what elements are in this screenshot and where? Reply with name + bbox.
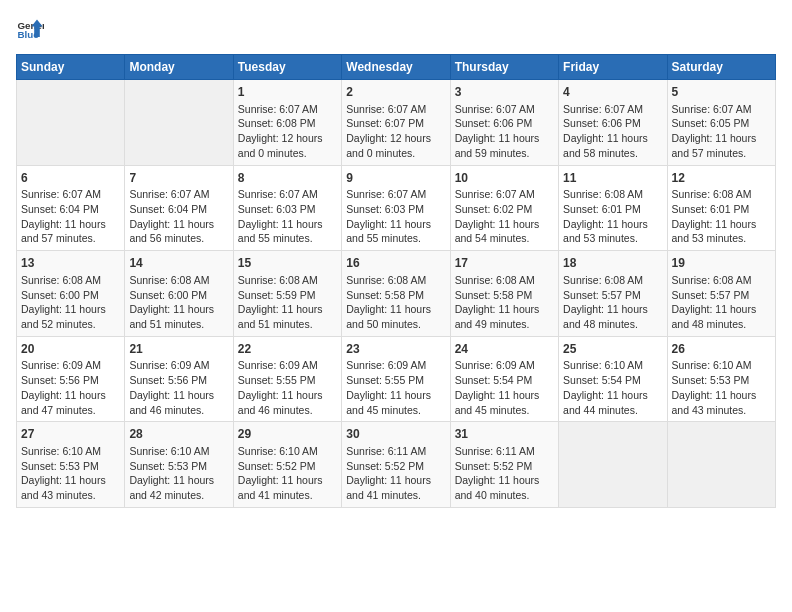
calendar-cell: 5Sunrise: 6:07 AMSunset: 6:05 PMDaylight…	[667, 80, 775, 166]
day-number: 6	[21, 170, 120, 187]
calendar-cell: 27Sunrise: 6:10 AMSunset: 5:53 PMDayligh…	[17, 422, 125, 508]
day-number: 17	[455, 255, 554, 272]
calendar-cell: 18Sunrise: 6:08 AMSunset: 5:57 PMDayligh…	[559, 251, 667, 337]
calendar-cell: 19Sunrise: 6:08 AMSunset: 5:57 PMDayligh…	[667, 251, 775, 337]
day-number: 27	[21, 426, 120, 443]
day-number: 21	[129, 341, 228, 358]
calendar-cell: 21Sunrise: 6:09 AMSunset: 5:56 PMDayligh…	[125, 336, 233, 422]
calendar-cell	[559, 422, 667, 508]
calendar-cell: 22Sunrise: 6:09 AMSunset: 5:55 PMDayligh…	[233, 336, 341, 422]
page-container: General Blue SundayMondayTuesdayWednesda…	[0, 0, 792, 516]
calendar-week-4: 20Sunrise: 6:09 AMSunset: 5:56 PMDayligh…	[17, 336, 776, 422]
calendar-cell	[667, 422, 775, 508]
calendar-cell: 24Sunrise: 6:09 AMSunset: 5:54 PMDayligh…	[450, 336, 558, 422]
calendar-cell	[125, 80, 233, 166]
weekday-header-tuesday: Tuesday	[233, 55, 341, 80]
weekday-header-monday: Monday	[125, 55, 233, 80]
day-number: 29	[238, 426, 337, 443]
day-number: 19	[672, 255, 771, 272]
day-number: 23	[346, 341, 445, 358]
day-number: 26	[672, 341, 771, 358]
weekday-header-wednesday: Wednesday	[342, 55, 450, 80]
day-number: 14	[129, 255, 228, 272]
day-number: 8	[238, 170, 337, 187]
calendar-cell: 15Sunrise: 6:08 AMSunset: 5:59 PMDayligh…	[233, 251, 341, 337]
calendar-cell: 13Sunrise: 6:08 AMSunset: 6:00 PMDayligh…	[17, 251, 125, 337]
day-number: 22	[238, 341, 337, 358]
calendar-cell: 3Sunrise: 6:07 AMSunset: 6:06 PMDaylight…	[450, 80, 558, 166]
day-number: 25	[563, 341, 662, 358]
weekday-header-saturday: Saturday	[667, 55, 775, 80]
weekday-header-thursday: Thursday	[450, 55, 558, 80]
day-number: 24	[455, 341, 554, 358]
weekday-header-friday: Friday	[559, 55, 667, 80]
day-number: 4	[563, 84, 662, 101]
day-number: 15	[238, 255, 337, 272]
calendar-cell: 17Sunrise: 6:08 AMSunset: 5:58 PMDayligh…	[450, 251, 558, 337]
calendar-cell: 23Sunrise: 6:09 AMSunset: 5:55 PMDayligh…	[342, 336, 450, 422]
logo-icon: General Blue	[16, 16, 44, 44]
day-number: 1	[238, 84, 337, 101]
day-number: 12	[672, 170, 771, 187]
day-number: 16	[346, 255, 445, 272]
calendar-cell: 6Sunrise: 6:07 AMSunset: 6:04 PMDaylight…	[17, 165, 125, 251]
day-number: 13	[21, 255, 120, 272]
calendar-cell: 26Sunrise: 6:10 AMSunset: 5:53 PMDayligh…	[667, 336, 775, 422]
day-number: 2	[346, 84, 445, 101]
weekday-header-sunday: Sunday	[17, 55, 125, 80]
calendar-cell: 4Sunrise: 6:07 AMSunset: 6:06 PMDaylight…	[559, 80, 667, 166]
calendar-week-2: 6Sunrise: 6:07 AMSunset: 6:04 PMDaylight…	[17, 165, 776, 251]
day-number: 3	[455, 84, 554, 101]
calendar-cell: 20Sunrise: 6:09 AMSunset: 5:56 PMDayligh…	[17, 336, 125, 422]
calendar-week-1: 1Sunrise: 6:07 AMSunset: 6:08 PMDaylight…	[17, 80, 776, 166]
calendar-cell: 2Sunrise: 6:07 AMSunset: 6:07 PMDaylight…	[342, 80, 450, 166]
calendar-cell: 11Sunrise: 6:08 AMSunset: 6:01 PMDayligh…	[559, 165, 667, 251]
calendar-cell	[17, 80, 125, 166]
calendar-cell: 14Sunrise: 6:08 AMSunset: 6:00 PMDayligh…	[125, 251, 233, 337]
calendar-cell: 7Sunrise: 6:07 AMSunset: 6:04 PMDaylight…	[125, 165, 233, 251]
calendar-cell: 25Sunrise: 6:10 AMSunset: 5:54 PMDayligh…	[559, 336, 667, 422]
logo: General Blue	[16, 16, 44, 44]
calendar-cell: 9Sunrise: 6:07 AMSunset: 6:03 PMDaylight…	[342, 165, 450, 251]
day-number: 10	[455, 170, 554, 187]
calendar-cell: 31Sunrise: 6:11 AMSunset: 5:52 PMDayligh…	[450, 422, 558, 508]
calendar-week-5: 27Sunrise: 6:10 AMSunset: 5:53 PMDayligh…	[17, 422, 776, 508]
calendar-cell: 30Sunrise: 6:11 AMSunset: 5:52 PMDayligh…	[342, 422, 450, 508]
calendar-table: SundayMondayTuesdayWednesdayThursdayFrid…	[16, 54, 776, 508]
day-number: 5	[672, 84, 771, 101]
calendar-cell: 8Sunrise: 6:07 AMSunset: 6:03 PMDaylight…	[233, 165, 341, 251]
day-number: 9	[346, 170, 445, 187]
calendar-week-3: 13Sunrise: 6:08 AMSunset: 6:00 PMDayligh…	[17, 251, 776, 337]
day-number: 20	[21, 341, 120, 358]
calendar-cell: 12Sunrise: 6:08 AMSunset: 6:01 PMDayligh…	[667, 165, 775, 251]
day-number: 28	[129, 426, 228, 443]
calendar-cell: 29Sunrise: 6:10 AMSunset: 5:52 PMDayligh…	[233, 422, 341, 508]
day-number: 18	[563, 255, 662, 272]
page-header: General Blue	[16, 16, 776, 44]
calendar-cell: 16Sunrise: 6:08 AMSunset: 5:58 PMDayligh…	[342, 251, 450, 337]
day-number: 11	[563, 170, 662, 187]
day-number: 7	[129, 170, 228, 187]
calendar-cell: 1Sunrise: 6:07 AMSunset: 6:08 PMDaylight…	[233, 80, 341, 166]
calendar-cell: 10Sunrise: 6:07 AMSunset: 6:02 PMDayligh…	[450, 165, 558, 251]
calendar-cell: 28Sunrise: 6:10 AMSunset: 5:53 PMDayligh…	[125, 422, 233, 508]
day-number: 31	[455, 426, 554, 443]
weekday-header-row: SundayMondayTuesdayWednesdayThursdayFrid…	[17, 55, 776, 80]
day-number: 30	[346, 426, 445, 443]
